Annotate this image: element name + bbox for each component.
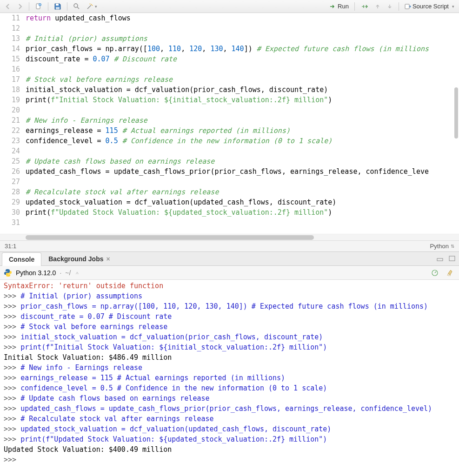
horizontal-scrollbar[interactable] [0,234,459,240]
console-line: >>> discount_rate = 0.07 # Discount rate [4,311,455,322]
code-line[interactable]: # Stock val before earnings release [26,74,459,85]
code-line[interactable]: earnings_release = 115 # Actual earnings… [26,126,459,136]
new-file-button[interactable] [33,1,44,12]
run-button[interactable]: Run [328,1,351,12]
console-line: Initial Stock Valuation: $486.49 million [4,352,455,363]
console-clear-button[interactable] [444,268,455,278]
code-line[interactable] [26,64,459,74]
updown-icon: ⇅ [451,244,454,249]
search-icon [73,3,80,10]
console-line: >>> prior_cash_flows = np.array([100, 11… [4,301,455,311]
arrow-down-icon [387,4,392,9]
up-button[interactable] [373,1,383,12]
code-line[interactable]: # Initial (prior) assumptions [26,33,459,44]
svg-rect-3 [56,7,60,9]
forward-button[interactable] [15,1,25,12]
code-line[interactable] [26,177,459,187]
rerun-icon [360,4,369,9]
line-number: 15 [0,54,20,64]
code-line[interactable]: # Update cash flows based on earnings re… [26,156,459,166]
tab-console[interactable]: Console [2,252,41,266]
maximize-button[interactable] [447,253,457,264]
console-line: >>> updated_stock_valuation = dcf_valuat… [4,424,455,434]
line-number: 29 [0,197,20,207]
code-line[interactable] [26,146,459,156]
search-button[interactable] [71,1,82,12]
console-line: Updated Stock Valuation: $400.49 million [4,444,455,455]
line-number: 28 [0,187,20,197]
console-line: >>> # New info - Earnings release [4,363,455,373]
code-line[interactable]: updated_cash_flows = update_cash_flows_p… [26,166,459,177]
wand-icon [86,3,93,10]
svg-point-4 [74,4,78,7]
rerun-button[interactable] [359,1,371,12]
code-line[interactable] [26,105,459,115]
console-header: Python 3.12.0 · ~/ [0,266,459,280]
code-area[interactable]: return updated_cash_flows# Initial (prio… [26,13,459,234]
minimize-button[interactable] [435,253,445,264]
line-number: 16 [0,64,20,74]
main-toolbar: ▾ Run Source Script ▾ [0,0,459,13]
code-line[interactable]: prior_cash_flows = np.array([100, 110, 1… [26,44,459,54]
down-button[interactable] [385,1,395,12]
code-line[interactable] [26,218,459,228]
code-line[interactable]: return updated_cash_flows [26,13,459,23]
arrow-right-icon [17,3,23,10]
gauge-icon [431,269,439,277]
close-icon[interactable]: × [106,255,110,263]
code-editor[interactable]: 1112131415161718192021222324252627282930… [0,13,459,234]
line-number: 18 [0,85,20,95]
line-number: 23 [0,136,20,146]
broom-icon [446,269,453,277]
vertical-scrollbar[interactable] [454,87,458,139]
svg-rect-5 [405,4,409,9]
save-button[interactable] [52,1,63,12]
console-line: >>> [4,455,455,465]
console-output[interactable]: SyntaxError: 'return' outside function>>… [0,280,459,476]
console-line: >>> earnings_release = 115 # Actual earn… [4,373,455,383]
scrollbar-thumb[interactable] [26,235,314,240]
code-line[interactable] [26,23,459,33]
line-number: 19 [0,95,20,105]
svg-rect-2 [56,4,59,6]
tab-background-jobs[interactable]: Background Jobs × [41,252,117,265]
code-line[interactable]: print(f"Updated Stock Valuation: ${updat… [26,207,459,218]
source-label: Source Script [412,3,449,10]
console-line: >>> # Update cash flows based on earning… [4,393,455,403]
editor-pane: 1112131415161718192021222324252627282930… [0,13,459,252]
console-line: >>> confidence_level = 0.5 # Confidence … [4,383,455,393]
svg-rect-6 [437,258,443,261]
share-icon[interactable] [74,270,80,276]
line-number: 22 [0,126,20,136]
code-line[interactable]: discount_rate = 0.07 # Discount rate [26,54,459,64]
language-selector[interactable]: Python ⇅ [430,243,454,250]
line-number: 30 [0,207,20,218]
code-line[interactable]: # Recalculate stock val after earnings r… [26,187,459,197]
tab-bgjobs-label: Background Jobs [48,255,103,263]
code-line[interactable]: print(f"Initial Stock Valuation: ${initi… [26,95,459,105]
document-icon [35,3,42,10]
source-button[interactable]: Source Script ▾ [403,1,456,12]
code-line[interactable]: initial_stock_valuation = dcf_valuation(… [26,85,459,95]
wand-button[interactable]: ▾ [84,1,99,12]
code-line[interactable]: confidence_level = 0.5 # Confidence in t… [26,136,459,146]
maximize-icon [449,256,455,261]
arrow-up-icon [375,4,380,9]
console-line: >>> print(f"Updated Stock Valuation: ${u… [4,434,455,444]
editor-status-bar: 31:1 Python ⇅ [0,240,459,251]
console-path: ~/ [65,269,71,277]
line-number: 13 [0,33,20,44]
code-line[interactable]: updated_stock_valuation = dcf_valuation(… [26,197,459,207]
svg-rect-7 [449,256,455,261]
console-line: >>> initial_stock_valuation = dcf_valuat… [4,332,455,342]
line-number: 20 [0,105,20,115]
line-number: 31 [0,218,20,228]
line-number: 11 [0,13,20,23]
arrow-left-icon [5,3,11,10]
cursor-position: 31:1 [5,243,16,250]
console-settings-button[interactable] [429,268,440,278]
back-button[interactable] [3,1,13,12]
code-line[interactable]: # New info - Earnings release [26,115,459,126]
line-number: 26 [0,166,20,177]
console-line: >>> print(f"Initial Stock Valuation: ${i… [4,342,455,352]
